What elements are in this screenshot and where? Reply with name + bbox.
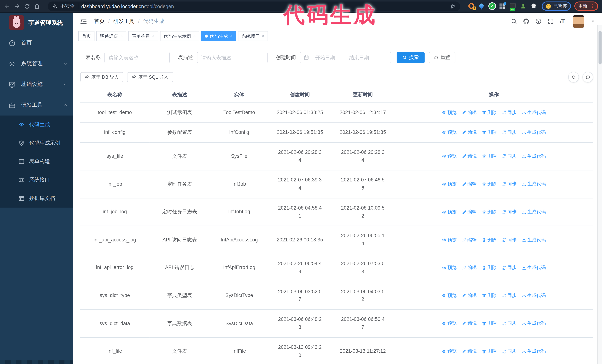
generate-code-link[interactable]: 生成代码 bbox=[522, 264, 546, 271]
delete-link[interactable]: 删除 bbox=[482, 180, 497, 188]
page-url[interactable]: dashboard.yudao.iocoder.cn/tool/codegen bbox=[81, 3, 174, 9]
preview-link[interactable]: 预览 bbox=[442, 180, 457, 188]
sidebar-item-codegen-example[interactable]: 代码生成示例 bbox=[0, 134, 73, 152]
delete-link[interactable]: 删除 bbox=[482, 236, 497, 244]
edit-link[interactable]: 编辑 bbox=[462, 153, 477, 160]
edit-link[interactable]: 编辑 bbox=[462, 292, 477, 299]
edit-link[interactable]: 编辑 bbox=[462, 348, 477, 355]
app-logo-row[interactable]: 芋道管理系统 bbox=[0, 13, 73, 32]
preview-link[interactable]: 预览 bbox=[442, 320, 457, 327]
edit-link[interactable]: 编辑 bbox=[462, 109, 477, 116]
sidebar-item-form-builder[interactable]: 表单构建 bbox=[0, 152, 73, 171]
sidebar-item-database-doc[interactable]: 数据库文档 bbox=[0, 189, 73, 208]
extension-orange-icon[interactable]: 1 bbox=[468, 3, 474, 9]
close-icon[interactable]: × bbox=[193, 34, 196, 38]
sidebar-item-system-management[interactable]: 系统管理 bbox=[0, 53, 73, 74]
bookmark-star-icon[interactable] bbox=[450, 3, 456, 9]
preview-link[interactable]: 预览 bbox=[442, 109, 457, 116]
preview-link[interactable]: 预览 bbox=[442, 264, 457, 271]
sync-link[interactable]: 同步 bbox=[502, 208, 516, 216]
profile-paused-chip[interactable]: 已暂停 bbox=[542, 1, 571, 11]
help-icon[interactable] bbox=[535, 18, 542, 24]
sidebar-scrollbar[interactable] bbox=[0, 360, 73, 364]
edit-link[interactable]: 编辑 bbox=[462, 236, 477, 244]
sync-link[interactable]: 同步 bbox=[502, 180, 516, 188]
sync-link[interactable]: 同步 bbox=[502, 236, 516, 244]
browser-reload-icon[interactable] bbox=[24, 3, 30, 10]
reset-button[interactable]: 重置 bbox=[429, 52, 455, 63]
extension-switch-icon[interactable]: on bbox=[510, 3, 516, 9]
tab-trace[interactable]: 链路追踪× bbox=[96, 31, 126, 41]
generate-code-link[interactable]: 生成代码 bbox=[522, 348, 546, 355]
sidebar-item-home[interactable]: 首页 bbox=[0, 32, 73, 53]
sync-link[interactable]: 同步 bbox=[502, 153, 516, 160]
edit-link[interactable]: 编辑 bbox=[462, 264, 477, 271]
browser-home-icon[interactable] bbox=[34, 3, 40, 10]
delete-link[interactable]: 删除 bbox=[482, 348, 497, 355]
sync-link[interactable]: 同步 bbox=[502, 292, 516, 299]
delete-link[interactable]: 删除 bbox=[482, 292, 497, 299]
github-icon[interactable] bbox=[523, 18, 530, 24]
generate-code-link[interactable]: 生成代码 bbox=[522, 109, 546, 116]
delete-link[interactable]: 删除 bbox=[482, 109, 497, 116]
sync-link[interactable]: 同步 bbox=[502, 109, 516, 116]
close-icon[interactable]: × bbox=[152, 34, 155, 38]
browser-update-chip[interactable]: 更新 ⋮ bbox=[574, 1, 598, 11]
browser-back-icon[interactable] bbox=[4, 3, 10, 10]
extension-grid-icon[interactable] bbox=[500, 3, 506, 9]
sync-link[interactable]: 同步 bbox=[502, 320, 516, 327]
generate-code-link[interactable]: 生成代码 bbox=[522, 208, 546, 216]
start-date-input[interactable] bbox=[311, 55, 339, 60]
import-sql-button[interactable]: 基于 SQL 导入 bbox=[127, 72, 173, 82]
sidebar-item-infrastructure[interactable]: 基础设施 bbox=[0, 74, 73, 95]
address-bar[interactable]: 不安全 dashboard.yudao.iocoder.cn/tool/code… bbox=[48, 1, 460, 11]
generate-code-link[interactable]: 生成代码 bbox=[522, 180, 546, 188]
toggle-search-button[interactable] bbox=[568, 72, 579, 83]
date-range-picker[interactable]: - bbox=[300, 52, 391, 63]
extension-person-icon[interactable] bbox=[520, 3, 527, 9]
edit-link[interactable]: 编辑 bbox=[462, 320, 477, 327]
delete-link[interactable]: 删除 bbox=[482, 153, 497, 160]
user-avatar[interactable] bbox=[573, 15, 584, 28]
extension-gem-icon[interactable] bbox=[479, 3, 485, 9]
tab-codegen-example[interactable]: 代码生成示例× bbox=[160, 31, 199, 41]
browser-forward-icon[interactable] bbox=[14, 3, 20, 10]
tab-home[interactable]: 首页 bbox=[78, 31, 95, 41]
search-icon[interactable] bbox=[511, 18, 517, 24]
preview-link[interactable]: 预览 bbox=[442, 129, 457, 136]
delete-link[interactable]: 删除 bbox=[482, 264, 497, 271]
edit-link[interactable]: 编辑 bbox=[462, 208, 477, 216]
tab-form-builder[interactable]: 表单构建× bbox=[128, 31, 158, 41]
sync-link[interactable]: 同步 bbox=[502, 264, 516, 271]
preview-link[interactable]: 预览 bbox=[442, 236, 457, 244]
tab-system-api[interactable]: 系统接口× bbox=[238, 31, 268, 41]
sidebar-item-system-api[interactable]: 系统接口 bbox=[0, 171, 73, 189]
close-icon[interactable]: × bbox=[262, 34, 265, 38]
delete-link[interactable]: 删除 bbox=[482, 208, 497, 216]
sync-link[interactable]: 同步 bbox=[502, 348, 516, 355]
breadcrumb-home[interactable]: 首页 bbox=[94, 18, 105, 25]
extensions-puzzle-icon[interactable] bbox=[530, 3, 537, 9]
table-desc-input[interactable] bbox=[197, 52, 268, 63]
scrollbar-thumb[interactable] bbox=[598, 31, 602, 64]
delete-link[interactable]: 删除 bbox=[482, 129, 497, 136]
delete-link[interactable]: 删除 bbox=[482, 320, 497, 327]
search-button[interactable]: 搜索 bbox=[397, 52, 425, 63]
edit-link[interactable]: 编辑 bbox=[462, 180, 477, 188]
fullscreen-icon[interactable] bbox=[548, 18, 554, 24]
table-name-input[interactable] bbox=[105, 52, 170, 63]
refresh-table-button[interactable] bbox=[582, 72, 593, 83]
import-db-button[interactable]: 基于 DB 导入 bbox=[80, 72, 123, 82]
extension-check-icon[interactable]: ✓ bbox=[489, 3, 495, 9]
sidebar-item-dev-tools[interactable]: 研发工具 bbox=[0, 95, 73, 115]
sidebar-item-code-generation[interactable]: 代码生成 bbox=[0, 115, 73, 134]
preview-link[interactable]: 预览 bbox=[442, 292, 457, 299]
generate-code-link[interactable]: 生成代码 bbox=[522, 292, 546, 299]
generate-code-link[interactable]: 生成代码 bbox=[522, 236, 546, 244]
end-date-input[interactable] bbox=[345, 55, 373, 60]
breadcrumb-dev-tools[interactable]: 研发工具 bbox=[113, 18, 135, 25]
caret-down-icon[interactable] bbox=[591, 19, 595, 23]
generate-code-link[interactable]: 生成代码 bbox=[522, 320, 546, 327]
tab-code-generation[interactable]: 代码生成× bbox=[201, 31, 236, 41]
preview-link[interactable]: 预览 bbox=[442, 208, 457, 216]
